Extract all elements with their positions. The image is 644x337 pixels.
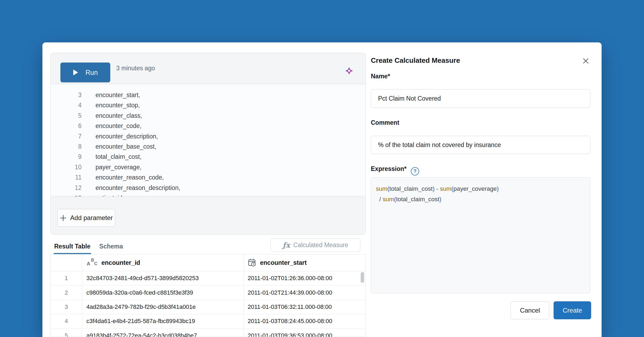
row-number-header [51,254,82,271]
line-number: 7 [51,131,82,141]
column-label: encounter_start [260,259,307,266]
line-content: encounter_base_cost, [82,141,156,152]
calculated-measure-button[interactable]: ƒx Calculated Measure [270,238,360,252]
comment-input[interactable] [371,136,590,154]
column-header-encounter-start[interactable]: encounter_start [244,254,359,271]
encounter-start-cell: 2011-01-03T08:24:45.000-08:00 [244,314,359,328]
code-line: 9 total_claim_cost, [51,152,365,162]
sql-query-card: Run 3 minutes ago 3 encounter_start, 4 [50,53,366,235]
play-icon [73,69,78,75]
fx-icon: ƒx [283,241,290,249]
column-label: encounter_id [101,259,140,266]
encounter-start-cell: 2011-01-03T09:36:53.000-08:00 [244,329,359,337]
string-type-icon: ABC [86,258,98,267]
name-label: Name* [371,73,390,80]
line-number: 6 [51,121,82,131]
code-line: 5 encounter_class, [51,111,365,121]
encounter-id-cell: 4ad28a3a-2479-782b-f29c-d5b3f41a001e [82,300,244,314]
table-row[interactable]: 3 4ad28a3a-2479-782b-f29c-d5b3f41a001e 2… [51,300,365,314]
code-line: 8 encounter_base_cost, [51,141,365,152]
last-run-timestamp: 3 minutes ago [116,53,155,83]
code-line: 4 encounter_stop, [51,100,365,110]
create-button[interactable]: Create [554,301,591,319]
line-number: 8 [51,141,82,152]
expression-code-line: sum(total_claim_cost) - sum(payer_covera… [376,184,590,194]
result-table-body: 1 32c84703-2481-49cd-d571-3899d5820253 2… [51,271,365,337]
line-number: 5 [51,111,82,121]
row-number-cell: 5 [51,329,82,337]
help-icon[interactable]: ? [411,167,419,175]
encounter-id-cell: c98059da-320a-c0a6-fced-c8815f3e3f39 [82,285,244,299]
calculated-measure-label: Calculated Measure [293,241,348,249]
table-row[interactable]: 4 c3f4da61-e4b4-21d5-587a-fbc89943bc19 2… [51,314,365,328]
name-input[interactable] [371,89,590,108]
sparkle-icon[interactable] [344,67,354,76]
line-content: encounter_code, [82,121,141,131]
plus-icon [60,215,67,221]
tab-schema[interactable]: Schema [99,243,123,251]
add-parameter-button[interactable]: Add parameter [57,209,115,227]
page-background: Run 3 minutes ago 3 encounter_start, 4 [0,0,644,337]
row-number-cell: 3 [51,300,82,314]
encounter-id-cell: 32c84703-2481-49cd-d571-3899d5820253 [82,271,244,285]
line-content: encounter_reason_description, [82,183,180,193]
line-content: encounter_stop, [82,100,140,110]
table-row[interactable]: 2 c98059da-320a-c0a6-fced-c8815f3e3f39 2… [51,285,365,300]
encounter-start-cell: 2011-01-03T06:32:11.000-08:00 [244,300,359,314]
line-content: encounter_description, [82,131,158,141]
row-number-cell: 1 [51,271,82,285]
encounter-id-cell: a9183b4f-2572-72ea-54c2-b3cd038b4be7 [82,329,244,337]
close-icon[interactable] [581,56,591,66]
expression-editor[interactable]: sum(total_claim_cost) - sum(payer_covera… [371,177,590,293]
result-table: ABC encounter_id encounter_start [50,254,365,337]
line-number: 12 [51,183,82,193]
notebook-modal: Run 3 minutes ago 3 encounter_start, 4 [42,42,602,337]
code-line: 3 encounter_start, [51,90,365,100]
line-content: total_claim_cost, [82,152,141,162]
row-number-cell: 4 [51,314,82,328]
add-parameter-label: Add parameter [70,214,113,222]
line-number: 13 [51,193,82,197]
table-row[interactable]: 5 a9183b4f-2572-72ea-54c2-b3cd038b4be7 2… [51,329,365,337]
tab-result-table[interactable]: Result Table [54,243,90,251]
line-content: encounter_start, [82,90,140,100]
encounter-id-cell: c3f4da61-e4b4-21d5-587a-fbc89943bc19 [82,314,244,328]
line-number: 3 [51,90,82,100]
run-button[interactable]: Run [60,63,110,82]
column-header-encounter-id[interactable]: ABC encounter_id [82,254,244,271]
query-card-header: Run 3 minutes ago [51,53,365,83]
run-button-label: Run [86,69,98,76]
line-content: patient_id, [82,193,124,197]
expression-label: Expression*? [371,165,419,175]
panel-title: Create Calculated Measure [371,56,460,65]
line-number: 4 [51,100,82,110]
code-line: 13 patient_id, [51,193,365,197]
result-table-header: ABC encounter_id encounter_start [51,254,365,271]
line-number: 10 [51,162,82,172]
sql-code-editor[interactable]: 3 encounter_start, 4 encounter_stop, 5 e… [51,83,365,197]
code-line: 6 encounter_code, [51,121,365,131]
code-line: 11 encounter_reason_code, [51,172,365,182]
encounter-start-cell: 2011-01-02T21:44:39.000-08:00 [244,285,359,299]
row-number-cell: 2 [51,285,82,299]
parameter-section: Add parameter [51,197,365,235]
cancel-button[interactable]: Cancel [511,301,549,319]
code-line: 7 encounter_description, [51,131,365,141]
comment-label: Comment [371,119,399,126]
result-tabs: Result Table Schema [54,240,123,254]
code-line: 10 payer_coverage, [51,162,365,172]
line-content: encounter_reason_code, [82,172,164,182]
encounter-start-cell: 2011-01-02T01:26:36.000-08:00 [244,271,359,285]
line-content: encounter_class, [82,111,142,121]
line-number: 9 [51,152,82,162]
table-scrollbar-thumb[interactable] [361,272,364,283]
datetime-type-icon [248,258,257,267]
table-row[interactable]: 1 32c84703-2481-49cd-d571-3899d5820253 2… [51,271,365,285]
line-content: payer_coverage, [82,162,141,172]
expression-label-text: Expression* [371,165,407,172]
line-number: 11 [51,172,82,182]
code-line: 12 encounter_reason_description, [51,183,365,193]
expression-code-line: / sum(total_claim_cost) [376,194,590,204]
